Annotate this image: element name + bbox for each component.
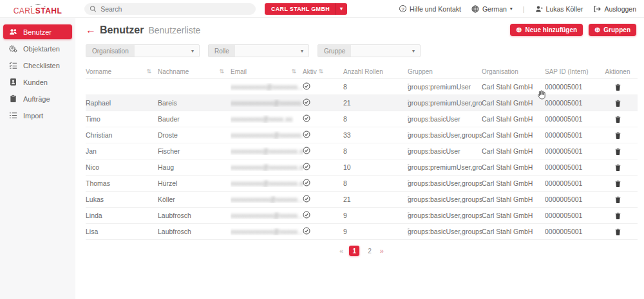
plus-circle-icon: ⊕ [594, 26, 600, 33]
cell-vorname: Timo [86, 115, 158, 123]
column-header-aktiv[interactable]: Aktiv ⇅ [303, 68, 343, 75]
delete-user-button[interactable] [613, 179, 623, 188]
cell-gruppen: groups:premiumUser [408, 83, 482, 91]
sidebar-item-benutzer[interactable]: Benutzer [3, 24, 72, 39]
active-check-icon [303, 114, 310, 122]
table-row[interactable]: xxxxxxxxxx@xxxxxxx...8groups:premiumUser… [86, 79, 638, 95]
current-user[interactable]: Lukas Köller [535, 5, 583, 13]
sidebar-item-objektarten[interactable]: Objektarten [3, 41, 72, 56]
cell-aktiv [303, 114, 343, 123]
sidebar-item-checklisten[interactable]: Checklisten [3, 58, 72, 73]
cell-anzahl-rollen: 8 [343, 147, 408, 155]
language-selector[interactable]: German ▾ [471, 5, 513, 13]
cell-nachname: Droste [158, 131, 231, 139]
cell-sap-id: 0000005001 [545, 131, 598, 139]
cell-vorname: Linda [86, 212, 158, 219]
help-link[interactable]: ? Hilfe und Kontakt [399, 5, 461, 13]
column-header-vorname[interactable]: Vorname⇅ [86, 68, 158, 75]
contact-icon [9, 78, 17, 86]
cell-email: xxxxxxxxx@xxxx.xx [231, 115, 303, 123]
sort-icon: ⇅ [146, 68, 151, 75]
cell-organisation: Carl Stahl GmbH [482, 83, 545, 91]
cell-email: xxxxxxxxxx@xxxxxxx... [231, 83, 303, 91]
cell-email: xxxxxxxxx@xxxxxxxx.xxx [231, 163, 303, 171]
table-row[interactable]: RaphaelBareisxxxxxxxxxxxx@xxxxxx...21gro… [86, 95, 638, 111]
cell-aktionen [598, 163, 638, 172]
pagination-page-1[interactable]: 1 [349, 246, 359, 256]
cell-gruppen: groups:premiumUser,group [408, 99, 482, 107]
cell-nachname: Laubfrosch [158, 228, 231, 235]
cell-gruppen: groups:basicUser,groups:pr [408, 179, 482, 187]
delete-user-button[interactable] [613, 211, 623, 221]
cell-aktiv [303, 211, 343, 220]
delete-user-button[interactable] [613, 195, 623, 204]
add-new-button[interactable]: ⊕ Neue hinzufügen [510, 24, 583, 36]
table-row[interactable]: LindaLaubfroschxxxxxxxxxxxx@xxxxx...9gro… [86, 208, 638, 224]
cell-email: xxxxxxxxxxxx@xxxxxx... [231, 131, 303, 139]
delete-user-button[interactable] [613, 114, 623, 124]
pagination-next-button[interactable]: » [380, 247, 384, 255]
cell-email: xxxxxxxxxxxx@xxxxxx... [231, 99, 303, 107]
email-redacted: xxxxxxxxxxxx@xxxxx... [231, 212, 303, 219]
organisation-switcher-button[interactable]: CARL STAHL GMBH ▾ [265, 3, 347, 15]
cell-organisation: Carl Stahl GmbH [482, 99, 545, 107]
chevron-down-icon: ▾ [412, 48, 420, 54]
pagination-page-2[interactable]: 2 [365, 246, 374, 256]
delete-user-button[interactable] [613, 98, 623, 108]
delete-user-button[interactable] [613, 131, 623, 140]
cell-vorname: Raphael [86, 99, 158, 107]
cell-sap-id: 0000005001 [545, 228, 598, 235]
filter-rolle[interactable]: Rolle ▾ [208, 44, 309, 57]
main-content: ← Benutzer Benutzerliste ⊕ Neue hinzufüg… [75, 18, 644, 299]
delete-user-button[interactable] [613, 82, 623, 92]
column-header-email[interactable]: Email⇅ [231, 68, 303, 75]
search-input[interactable] [100, 5, 251, 13]
search-box[interactable] [84, 3, 256, 15]
cell-aktionen [598, 179, 638, 188]
filter-gruppe[interactable]: Gruppe ▾ [317, 44, 421, 57]
pagination-prev-button[interactable]: « [339, 247, 343, 255]
email-redacted: xxxxxxxxxxxx@xxxxx... [231, 228, 303, 235]
groups-button[interactable]: ⊕ Gruppen [589, 24, 636, 36]
delete-user-button[interactable] [613, 147, 623, 156]
cell-aktiv [303, 163, 343, 172]
trash-icon [614, 228, 621, 235]
cell-vorname: Lukas [86, 195, 158, 203]
cell-vorname: Nico [86, 163, 158, 171]
cell-sap-id: 0000005001 [545, 163, 598, 171]
table-row[interactable]: JanFischerxxxxxxxxx@xxxxxxxx.xxx8groups:… [86, 143, 638, 159]
cell-organisation: Carl Stahl GmbH [482, 163, 545, 171]
delete-user-button[interactable] [613, 163, 623, 172]
sidebar-item-kunden[interactable]: Kunden [3, 75, 72, 89]
sidebar-item-auftraege[interactable]: Aufträge [3, 91, 72, 106]
delete-user-button[interactable] [613, 227, 623, 237]
back-button[interactable]: ← [86, 25, 96, 35]
column-header-anzahl-rollen: Anzahl Rollen [343, 68, 408, 75]
cell-aktionen [598, 211, 638, 221]
cell-vorname: Thomas [86, 179, 158, 187]
cell-nachname: Hürzel [158, 179, 231, 187]
cell-anzahl-rollen: 21 [343, 99, 408, 107]
table-row[interactable]: LukasKöllerxxxxxxxxxxx@xxxxxx...21groups… [86, 192, 638, 208]
cell-nachname: Fischer [158, 147, 231, 155]
table-row[interactable]: ChristianDrostexxxxxxxxxxxx@xxxxxx...33g… [86, 127, 638, 143]
sidebar-item-import[interactable]: Import [3, 108, 72, 123]
email-redacted: xxxxxxxxx@xxxxxxxx.xxx [231, 180, 303, 187]
logout-button[interactable]: Ausloggen [593, 5, 636, 13]
users-icon [9, 28, 17, 36]
list-icon [9, 111, 17, 120]
column-header-nachname[interactable]: Nachname⇅ [158, 68, 231, 75]
logout-icon [593, 5, 601, 13]
email-redacted: xxxxxxxxxxxx@xxxxxx... [231, 100, 303, 107]
cell-aktiv [303, 195, 343, 204]
brand-logo[interactable]: CARLSTAHL [0, 3, 75, 15]
trash-icon [614, 180, 621, 187]
filter-organisation[interactable]: Organisation ▾ [86, 44, 200, 57]
table-row[interactable]: TimoBauderxxxxxxxxx@xxxx.xx8groups:basic… [86, 111, 638, 127]
table-row[interactable]: NicoHaugxxxxxxxxx@xxxxxxxx.xxx10groups:p… [86, 159, 638, 176]
table-row[interactable]: LisaLaubfroschxxxxxxxxxxxx@xxxxx...9grou… [86, 224, 638, 240]
user-table: Vorname⇅ Nachname⇅ Email⇅ Aktiv ⇅ Anzahl… [86, 64, 638, 240]
sort-icon: ⇅ [291, 68, 296, 75]
cell-gruppen: groups:basicUser [408, 115, 482, 123]
table-row[interactable]: ThomasHürzelxxxxxxxxx@xxxxxxxx.xxx8group… [86, 176, 638, 192]
